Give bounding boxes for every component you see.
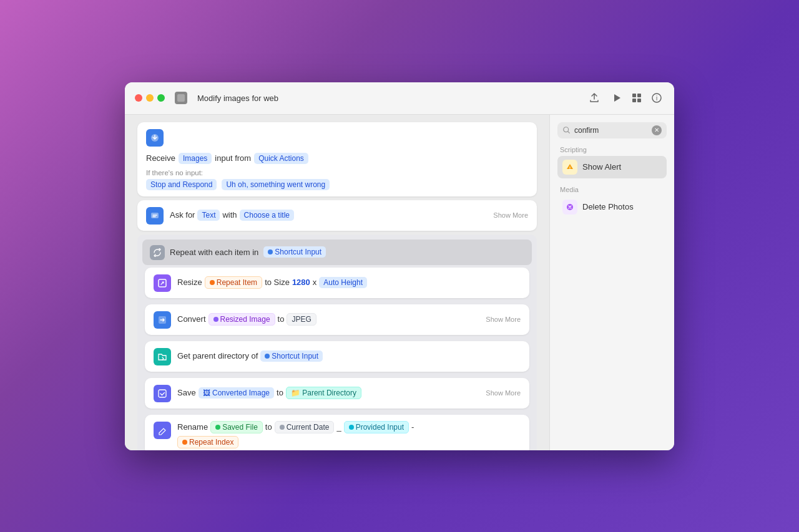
repeat-items: Resize Repeat Item to Size 1280 x Auto H… — [142, 268, 532, 450]
convert-to-label: to — [278, 314, 285, 324]
getparent-label: Get parent directory of — [177, 351, 258, 360]
scripting-section: Scripting Show Alert — [557, 146, 667, 178]
no-input-label: If there's no input: — [146, 169, 203, 177]
receive-label: Receive — [146, 153, 175, 163]
action-save[interactable]: Save 🖼 Converted Image to 📁 Parent Direc… — [145, 378, 529, 409]
ask-title-token[interactable]: Choose a title — [240, 210, 294, 221]
show-alert-result-icon — [562, 160, 577, 175]
delete-photos-result-icon — [562, 200, 577, 215]
rename-saved-file-token[interactable]: Saved File — [210, 421, 263, 433]
svg-rect-0 — [177, 94, 185, 102]
show-alert-result-label: Show Alert — [582, 162, 621, 172]
rename-icon — [154, 422, 171, 439]
ask-icon — [146, 207, 164, 225]
resize-repeat-item-token[interactable]: Repeat Item — [205, 276, 262, 289]
svg-text:i: i — [656, 95, 657, 102]
save-label: Save — [177, 388, 196, 397]
save-converted-token[interactable]: 🖼 Converted Image — [199, 387, 274, 399]
ask-show-more[interactable]: Show More — [493, 211, 528, 219]
action-receive[interactable]: Receive Images input from Quick Actions … — [137, 122, 537, 196]
svg-rect-2 — [632, 94, 636, 97]
save-icon — [154, 385, 171, 402]
getparent-shortcut-token[interactable]: Shortcut Input — [260, 351, 323, 362]
search-input[interactable] — [574, 126, 649, 135]
resize-size-value[interactable]: 1280 — [292, 278, 310, 287]
library-button[interactable] — [629, 90, 644, 105]
scripting-section-label: Scripting — [557, 146, 667, 153]
convert-label: Convert — [177, 314, 206, 324]
uh-oh-token[interactable]: Uh oh, something went wrong — [222, 179, 330, 190]
save-parent-dir-token[interactable]: 📁 Parent Directory — [286, 387, 361, 399]
delete-photos-result[interactable]: Delete Photos — [557, 196, 667, 218]
rename-to-label: to — [265, 422, 272, 432]
window-icon — [175, 92, 187, 104]
no-input-row: Stop and Respond Uh oh, something went w… — [146, 179, 330, 190]
rename-provided-input-token[interactable]: Provided Input — [344, 421, 409, 433]
rename-current-date-token[interactable]: Current Date — [275, 421, 335, 433]
maximize-button[interactable] — [157, 94, 165, 102]
info-button[interactable]: i — [649, 90, 664, 105]
play-button[interactable] — [609, 90, 624, 105]
svg-marker-1 — [614, 94, 620, 102]
search-bar: ✕ — [557, 122, 667, 138]
repeat-header[interactable]: Repeat with each item in Shortcut Input — [142, 239, 532, 265]
window-title: Modify images for web — [197, 94, 582, 103]
resize-x-label: x — [313, 278, 317, 287]
minimize-button[interactable] — [146, 94, 154, 102]
action-convert[interactable]: Convert Resized Image to JPEG Show More — [145, 304, 529, 335]
convert-show-more[interactable]: Show More — [486, 316, 521, 323]
receive-images-token[interactable]: Images — [179, 153, 212, 164]
main-window: Modify images for web — [125, 82, 674, 450]
receive-content: Receive Images input from Quick Actions … — [146, 153, 330, 190]
resize-content: Resize Repeat Item to Size 1280 x Auto H… — [177, 274, 521, 291]
ask-text-token[interactable]: Text — [197, 210, 220, 221]
share-button[interactable] — [587, 90, 602, 105]
titlebar: Modify images for web — [125, 82, 674, 115]
getparent-content: Get parent directory of Shortcut Input — [177, 347, 521, 365]
receive-row: Receive Images input from Quick Actions — [146, 153, 330, 164]
convert-icon — [154, 311, 171, 329]
rename-repeat-index-token[interactable]: Repeat Index — [177, 436, 238, 448]
main-split: Receive Images input from Quick Actions … — [125, 115, 674, 450]
repeat-group: Repeat with each item in Shortcut Input — [137, 235, 537, 450]
receive-icon — [146, 129, 164, 147]
action-ask[interactable]: Ask for Text with Choose a title Show Mo… — [137, 200, 537, 231]
show-alert-result[interactable]: Show Alert — [557, 156, 667, 178]
svg-rect-3 — [637, 94, 641, 97]
close-button[interactable] — [135, 94, 142, 102]
search-panel: ✕ Scripting Show Alert Media — [549, 115, 674, 450]
repeat-icon — [150, 245, 165, 260]
svg-rect-12 — [159, 390, 166, 397]
resize-label: Resize — [177, 278, 202, 287]
resize-to-label: to Size — [265, 278, 290, 287]
search-clear-button[interactable]: ✕ — [652, 125, 662, 135]
svg-rect-4 — [632, 99, 636, 102]
ask-with-label: with — [222, 210, 237, 220]
repeat-with-label: Repeat with each item in — [170, 248, 258, 257]
resize-icon — [154, 274, 171, 292]
rename-underscore-label: _ — [336, 422, 341, 432]
action-getparent[interactable]: Get parent directory of Shortcut Input — [145, 341, 529, 372]
action-resize[interactable]: Resize Repeat Item to Size 1280 x Auto H… — [145, 268, 529, 298]
save-show-more[interactable]: Show More — [486, 389, 521, 397]
save-content: Save 🖼 Converted Image to 📁 Parent Direc… — [177, 384, 521, 402]
rename-row1: Rename Saved File to Current Date — [177, 421, 414, 433]
ask-content: Ask for Text with Choose a title Show Mo… — [170, 206, 528, 224]
convert-resized-token[interactable]: Resized Image — [208, 313, 275, 326]
action-rename[interactable]: Rename Saved File to Current Date — [145, 415, 529, 450]
workflow-panel: Receive Images input from Quick Actions … — [125, 115, 549, 450]
rename-dash-label: - — [411, 422, 414, 432]
ask-for-label: Ask for — [170, 210, 195, 220]
media-section: Media Delete Photos — [557, 186, 667, 218]
repeat-shortcut-token[interactable]: Shortcut Input — [263, 246, 326, 258]
getparent-icon — [154, 348, 171, 365]
svg-rect-5 — [637, 99, 641, 102]
search-icon — [562, 126, 571, 135]
resize-auto-height-token[interactable]: Auto Height — [319, 277, 367, 288]
titlebar-actions — [587, 90, 624, 105]
rename-row2: Repeat Index — [177, 436, 238, 448]
convert-jpeg-token[interactable]: JPEG — [287, 313, 316, 326]
convert-content: Convert Resized Image to JPEG Show More — [177, 311, 521, 328]
receive-quick-actions-token[interactable]: Quick Actions — [254, 153, 308, 164]
stop-respond-token[interactable]: Stop and Respond — [146, 179, 217, 190]
